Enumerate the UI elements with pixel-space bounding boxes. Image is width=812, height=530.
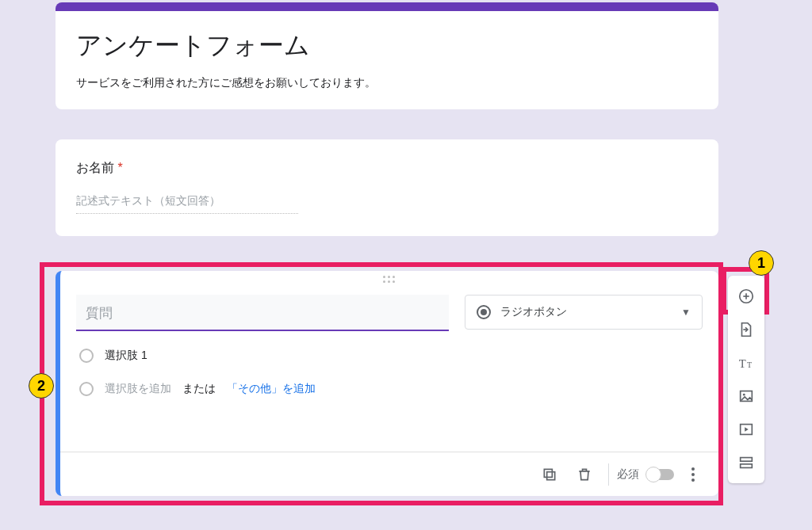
or-text: または [182,382,216,396]
radio-outline-icon [79,382,94,396]
duplicate-button[interactable] [534,459,565,490]
question-footer-toolbar: 必須 [60,452,718,496]
option-row-1[interactable]: 選択肢 1 [79,349,703,363]
drag-handle-icon[interactable] [380,276,399,284]
name-question-card[interactable]: お名前 * 記述式テキスト（短文回答） [56,139,718,236]
add-video-button[interactable] [732,415,760,444]
svg-rect-1 [544,469,552,477]
svg-rect-0 [547,471,555,479]
divider [608,463,609,486]
required-label: 必須 [617,467,639,482]
required-toggle[interactable] [647,469,674,480]
radio-outline-icon [79,349,94,363]
question-title: お名前 * [76,160,698,177]
add-other-link[interactable]: 「その他」を追加 [227,382,316,396]
callout-badge-2: 2 [29,373,54,398]
more-vert-icon [691,467,695,482]
form-title[interactable]: アンケートフォーム [76,29,698,63]
question-title-text: お名前 [76,161,114,174]
add-title-button[interactable]: TT [732,349,760,377]
option-1-text[interactable]: 選択肢 1 [105,349,147,363]
add-image-button[interactable] [732,382,760,410]
question-type-select[interactable]: ラジオボタン ▼ [465,295,703,330]
add-option-row[interactable]: 選択肢を追加 または 「その他」を追加 [79,382,703,396]
question-title-input[interactable] [76,295,449,331]
svg-rect-13 [741,464,753,468]
svg-text:T: T [739,357,746,370]
floating-toolbar: TT [728,276,764,483]
short-answer-placeholder: 記述式テキスト（短文回答） [76,194,298,214]
import-questions-button[interactable] [732,315,760,344]
add-section-button[interactable] [732,448,760,477]
svg-rect-12 [741,458,753,462]
add-question-button[interactable] [732,282,760,311]
type-select-label: ラジオボタン [500,305,672,319]
chevron-down-icon: ▼ [681,307,691,318]
delete-button[interactable] [569,459,600,490]
svg-marker-11 [745,427,749,432]
add-option-text[interactable]: 選択肢を追加 [105,382,171,396]
radio-icon [477,305,491,319]
question-edit-card[interactable]: ラジオボタン ▼ 選択肢 1 選択肢を追加 または 「その他」を追加 必須 [56,271,718,496]
callout-badge-1: 1 [749,250,774,276]
svg-text:T: T [747,360,752,369]
required-star: * [117,161,122,174]
form-header-card[interactable]: アンケートフォーム サービスをご利用された方にご感想をお願いしております。 [56,11,718,109]
more-options-button[interactable] [677,459,709,490]
form-description[interactable]: サービスをご利用された方にご感想をお願いしております。 [76,76,698,90]
svg-point-9 [743,394,745,396]
form-accent-bar [56,2,718,11]
